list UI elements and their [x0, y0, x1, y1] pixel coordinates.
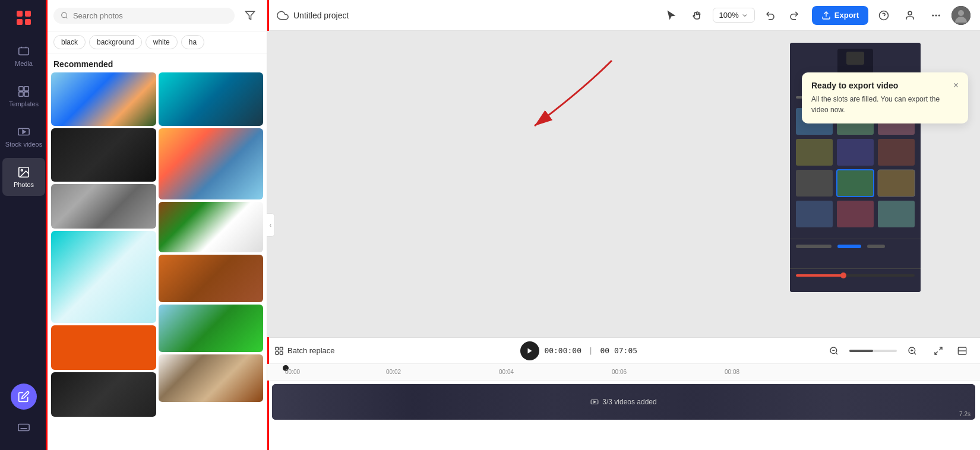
filter-tags-row: black background white ha	[48, 31, 267, 53]
panel-collapse-handle[interactable]: ‹	[267, 213, 275, 237]
svg-point-52	[840, 272, 846, 278]
total-time: 00 07:05	[600, 346, 637, 355]
zoom-track[interactable]	[849, 350, 897, 352]
svg-rect-46	[867, 245, 885, 248]
photo-item[interactable]	[51, 128, 156, 182]
photo-item[interactable]	[159, 305, 264, 352]
batch-replace-label: Batch replace	[287, 346, 335, 355]
batch-replace-icon	[274, 346, 284, 356]
sidebar-item-photos[interactable]: Photos	[2, 158, 45, 196]
export-button[interactable]: Export	[812, 6, 868, 25]
hand-tool-button[interactable]	[687, 5, 708, 26]
track-label: 3/3 videos added	[590, 398, 656, 406]
more-options-button[interactable]	[925, 5, 947, 26]
filter-button[interactable]	[239, 5, 261, 26]
play-controls: 00:00:00 | 00 07:05	[520, 341, 637, 360]
photo-item[interactable]	[159, 202, 264, 252]
edit-button[interactable]	[11, 384, 37, 410]
photo-col-1	[51, 72, 156, 450]
fullscreen-button[interactable]	[928, 340, 949, 362]
help-button[interactable]	[873, 5, 894, 26]
pointer-tool-button[interactable]	[660, 5, 682, 26]
svg-point-18	[908, 11, 912, 15]
svg-rect-38	[837, 170, 874, 197]
svg-rect-26	[846, 52, 864, 65]
batch-replace-button[interactable]: Batch replace	[274, 346, 335, 356]
play-button[interactable]	[520, 341, 539, 360]
svg-rect-7	[19, 92, 23, 96]
chevron-down-icon	[741, 12, 748, 19]
canvas-area: Ready to export video × All the slots ar…	[267, 31, 980, 337]
toast-header: Ready to export video ×	[811, 81, 959, 90]
svg-rect-44	[796, 245, 832, 248]
svg-rect-45	[837, 245, 861, 248]
svg-rect-8	[24, 92, 29, 96]
video-track: 3/3 videos added 7.2s	[267, 381, 980, 450]
ruler-marker-1: 00:02	[386, 369, 401, 375]
track-bar[interactable]: 3/3 videos added 7.2s	[272, 384, 975, 420]
filter-tag-background[interactable]: background	[89, 35, 142, 49]
search-input-wrapper[interactable]	[53, 8, 235, 24]
cloud-save-icon[interactable]	[277, 9, 289, 21]
fullscreen-icon	[934, 346, 943, 356]
svg-rect-0	[17, 11, 23, 17]
zoom-in-icon	[908, 346, 917, 356]
sidebar-item-stock-videos[interactable]: Stock videos	[2, 118, 45, 156]
photo-item[interactable]	[51, 372, 156, 417]
export-label: Export	[834, 11, 859, 20]
zoom-level-label: 100%	[719, 11, 739, 20]
photo-item[interactable]	[159, 128, 264, 199]
svg-rect-6	[24, 87, 29, 91]
svg-rect-1	[25, 11, 31, 17]
search-input[interactable]	[73, 11, 227, 20]
user-avatar[interactable]	[951, 6, 970, 25]
svg-point-21	[938, 14, 940, 16]
app-logo[interactable]	[11, 5, 37, 31]
split-view-button[interactable]	[951, 340, 973, 362]
toast-body: All the slots are filled. You can export…	[811, 94, 959, 115]
svg-rect-40	[796, 201, 833, 227]
keyboard-shortcut-button[interactable]	[11, 414, 37, 441]
photo-item[interactable]	[159, 354, 264, 402]
undo-button[interactable]	[760, 5, 781, 26]
toolbar-right: Export	[812, 5, 970, 26]
svg-line-63	[914, 353, 916, 354]
zoom-selector[interactable]: 100%	[713, 8, 755, 23]
annotation-arrow	[487, 55, 618, 173]
svg-rect-2	[17, 19, 23, 25]
photo-item[interactable]	[159, 72, 264, 126]
photo-item[interactable]	[51, 72, 156, 126]
zoom-in-button[interactable]	[902, 340, 923, 362]
zoom-out-button[interactable]	[823, 340, 845, 362]
play-icon	[526, 347, 533, 354]
toolbar-left: Untitled project	[277, 9, 653, 21]
svg-point-23	[958, 10, 964, 16]
toast-close-button[interactable]: ×	[953, 81, 959, 90]
timeline-area: Batch replace 00:00:00 | 00 07:05	[267, 337, 980, 450]
ruler-marker-2: 00:04	[499, 369, 514, 375]
timeline-zoom-controls	[823, 340, 973, 362]
svg-point-11	[21, 169, 23, 171]
sidebar-bottom	[11, 384, 37, 441]
sidebar-item-media[interactable]: Media	[2, 37, 45, 75]
photo-item[interactable]	[159, 255, 264, 302]
sidebar: Media Templates Stock videos Photos	[0, 0, 48, 450]
svg-rect-12	[18, 424, 29, 431]
ruler-marker-3: 00:06	[612, 369, 627, 375]
svg-rect-42	[878, 201, 915, 227]
redo-button[interactable]	[783, 5, 805, 26]
sidebar-item-photos-label: Photos	[14, 181, 34, 188]
sidebar-item-templates[interactable]: Templates	[2, 77, 45, 115]
svg-rect-43	[790, 239, 921, 239]
photo-item[interactable]	[51, 325, 156, 370]
svg-line-67	[935, 351, 938, 354]
filter-tag-black[interactable]: black	[53, 35, 86, 49]
filter-tag-ha[interactable]: ha	[181, 35, 204, 49]
photo-item[interactable]	[51, 184, 156, 229]
ruler-marker-4: 00:08	[725, 369, 739, 375]
photos-panel: black background white ha Recommended ‹	[48, 0, 267, 450]
track-duration: 7.2s	[959, 411, 970, 417]
photo-item[interactable]	[51, 231, 156, 323]
filter-tag-white[interactable]: white	[146, 35, 178, 49]
account-button[interactable]	[899, 5, 921, 26]
